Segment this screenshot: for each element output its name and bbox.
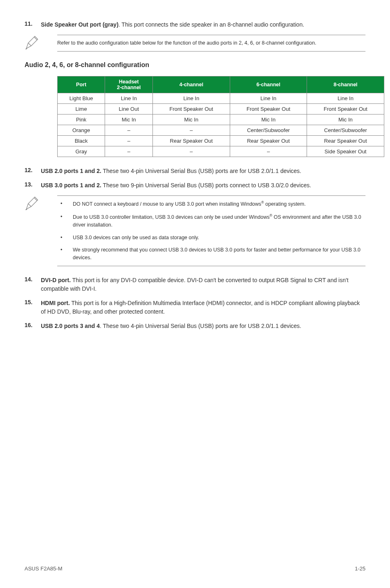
bullet-icon: •: [57, 213, 73, 229]
item-number: 11.: [25, 20, 41, 29]
svg-line-2: [28, 204, 31, 206]
item-title: DVI-D port.: [41, 277, 71, 283]
audio-config-table: Port Headset2-channel 4-channel 6-channe…: [57, 76, 384, 157]
list-item-14: 14. DVI-D port. This port is for any DVI…: [25, 276, 365, 293]
bullet-icon: •: [57, 234, 73, 242]
pencil-icon: [25, 35, 57, 52]
note-bullet: • DO NOT connect a keyboard / mouse to a…: [57, 200, 365, 208]
item-body: Side Speaker Out port (gray). This port …: [41, 20, 365, 29]
table-row: Gray – – – Side Speaker Out: [58, 146, 384, 157]
pencil-icon: [25, 195, 57, 212]
bullet-icon: •: [57, 200, 73, 208]
note-bullet: • Due to USB 3.0 controller limitation, …: [57, 213, 365, 229]
table-row: Light Blue Line In Line In Line In Line …: [58, 93, 384, 104]
item-body: USB 2.0 ports 1 and 2. These two 4-pin U…: [41, 167, 365, 175]
item-text: This port is for a High-Definition Multi…: [41, 300, 360, 315]
note-box-1: Refer to the audio configuration table b…: [25, 35, 365, 52]
item-number: 16.: [25, 322, 41, 330]
list-item-13: 13. USB 3.0 ports 1 and 2. These two 9-p…: [25, 181, 365, 190]
item-body: HDMI port. This port is for a High-Defin…: [41, 299, 365, 316]
item-title: USB 2.0 ports 3 and 4: [41, 323, 100, 329]
th-2ch: Headset2-channel: [105, 76, 153, 93]
note-box-2: • DO NOT connect a keyboard / mouse to a…: [25, 195, 365, 266]
list-item-15: 15. HDMI port. This port is for a High-D…: [25, 299, 365, 316]
item-text: This port is for any DVI-D compatible de…: [41, 277, 348, 292]
th-port: Port: [58, 76, 105, 93]
note-text: Refer to the audio configuration table b…: [57, 35, 365, 52]
section-heading: Audio 2, 4, 6, or 8-channel configuratio…: [25, 61, 365, 69]
note-bullet: • We strongly recommend that you connect…: [57, 246, 365, 262]
item-title: HDMI port.: [41, 300, 70, 306]
table-row: Black – Rear Speaker Out Rear Speaker Ou…: [58, 136, 384, 146]
item-title: USB 3.0 ports 1 and 2.: [41, 182, 101, 189]
note-bullet: • USB 3.0 devices can only be used as da…: [57, 234, 365, 242]
item-number: 13.: [25, 181, 41, 190]
table-row: Lime Line Out Front Speaker Out Front Sp…: [58, 104, 384, 114]
item-text: These two 4-pin Universal Serial Bus (US…: [101, 168, 301, 174]
table-row: Pink Mic In Mic In Mic In Mic In: [58, 114, 384, 125]
item-body: DVI-D port. This port is for any DVI-D c…: [41, 276, 365, 293]
svg-line-3: [34, 198, 37, 201]
bullet-icon: •: [57, 246, 73, 262]
item-body: USB 3.0 ports 1 and 2. These two 9-pin U…: [41, 181, 365, 190]
item-title: Side Speaker Out port (gray): [41, 21, 119, 28]
th-4ch: 4-channel: [153, 76, 230, 93]
svg-line-1: [34, 37, 37, 40]
bullet-text: USB 3.0 devices can only be used as data…: [73, 234, 365, 242]
bullet-text: DO NOT connect a keyboard / mouse to any…: [73, 200, 365, 208]
list-item-12: 12. USB 2.0 ports 1 and 2. These two 4-p…: [25, 167, 365, 175]
bullet-text: Due to USB 3.0 controller limitation, US…: [73, 213, 365, 229]
item-number: 15.: [25, 299, 41, 316]
th-8ch: 8-channel: [307, 76, 384, 93]
item-title: USB 2.0 ports 1 and 2.: [41, 168, 101, 174]
item-body: USB 2.0 ports 3 and 4. These two 4-pin U…: [41, 322, 365, 330]
table-row: Orange – – Center/Subwoofer Center/Subwo…: [58, 125, 384, 136]
item-text: These two 9-pin Universal Serial Bus (US…: [101, 182, 311, 189]
list-item-16: 16. USB 2.0 ports 3 and 4. These two 4-p…: [25, 322, 365, 330]
note-body: • DO NOT connect a keyboard / mouse to a…: [57, 195, 365, 266]
list-item-11: 11. Side Speaker Out port (gray). This p…: [25, 20, 365, 29]
item-text: . This port connects the side speaker in…: [119, 21, 304, 28]
item-number: 12.: [25, 167, 41, 175]
item-text: . These two 4-pin Universal Serial Bus (…: [100, 323, 301, 329]
bullet-text: We strongly recommend that you connect U…: [73, 246, 365, 262]
svg-line-0: [28, 43, 31, 46]
th-6ch: 6-channel: [230, 76, 307, 93]
item-number: 14.: [25, 276, 41, 293]
